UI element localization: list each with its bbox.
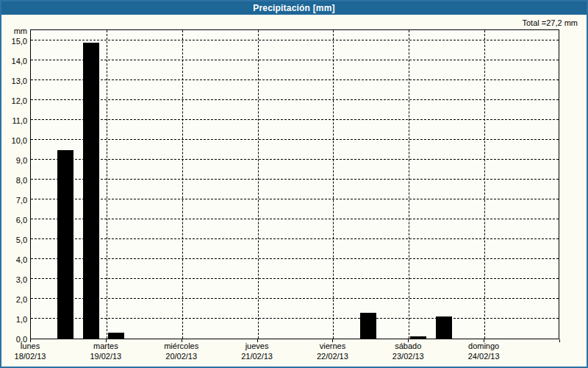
gridline-horizontal [31,79,559,80]
x-axis-date-label: 21/02/13 [220,352,294,361]
x-axis-tick [559,339,560,342]
x-axis-date-label: 24/02/13 [447,352,520,361]
app-window: Precipitación [mm] Total =27,2 mm mm 0,0… [0,0,588,368]
precipitation-bar [436,316,452,339]
x-axis-date-label: 19/02/13 [69,352,143,361]
precipitation-bar [83,43,99,339]
x-axis-date-label: 20/02/13 [145,352,218,361]
gridline-horizontal [31,139,559,140]
gridline-vertical [484,30,485,339]
precipitation-bar [108,333,124,339]
gridline-horizontal [31,159,559,160]
x-axis-tick [257,339,258,342]
y-axis-tick-label: 8,0 [1,175,27,185]
y-axis-tick-label: 9,0 [1,155,27,166]
gridline-horizontal [31,99,559,100]
gridline-horizontal [31,40,559,40]
gridline-horizontal [31,119,559,120]
x-axis-day-label: martes [69,342,143,351]
y-axis-unit-label: mm [1,26,27,36]
plot-area [30,29,559,339]
x-axis-day-label: lunes [0,342,67,351]
gridline-horizontal [31,219,559,219]
x-axis-tick [332,339,333,342]
gridline-horizontal [31,258,559,259]
y-axis-tick-label: 14,0 [1,56,27,66]
gridline-horizontal [31,179,559,180]
gridline-vertical [107,30,107,339]
x-axis-tick [484,339,484,342]
x-axis-tick [408,339,409,342]
gridline-vertical [409,30,409,339]
y-axis-tick-label: 2,0 [1,294,27,305]
title-bar: Precipitación [mm] [1,1,587,15]
gridline-horizontal [31,238,559,239]
precipitation-bar [360,313,376,339]
x-axis-day-label: jueves [220,342,294,351]
y-axis-tick-label: 15,0 [1,36,27,46]
gridline-horizontal [31,60,559,60]
x-axis-tick [182,339,182,342]
y-axis-tick-label: 3,0 [1,275,27,285]
y-axis-tick-label: 11,0 [1,116,27,126]
gridline-horizontal [31,298,559,299]
x-axis-day-label: domingo [447,342,520,351]
x-axis-day-label: viernes [295,342,369,351]
total-label: Total =27,2 mm [522,18,578,27]
y-axis-tick-label: 1,0 [1,314,27,325]
y-axis-tick-label: 13,0 [1,76,27,86]
gridline-horizontal [31,199,559,199]
gridline-horizontal [31,318,559,319]
x-axis-day-label: sábado [371,342,445,351]
y-axis-tick-label: 10,0 [1,135,27,146]
gridline-vertical [182,30,183,339]
precipitation-bar [410,336,426,339]
precipitation-bar [57,150,74,339]
x-axis-date-label: 18/02/13 [0,352,67,361]
y-axis-tick-label: 4,0 [1,255,27,265]
y-axis-tick-label: 6,0 [1,215,27,225]
chart-title: Precipitación [mm] [253,3,335,13]
x-axis-date-label: 23/02/13 [371,352,445,361]
y-axis-tick-label: 12,0 [1,96,27,106]
x-axis-day-label: miércoles [145,342,218,351]
y-axis-tick-label: 5,0 [1,235,27,245]
gridline-vertical [333,30,334,339]
x-axis-date-label: 22/02/13 [295,352,369,361]
y-axis-tick-label: 7,0 [1,195,27,205]
x-axis-tick [30,339,31,342]
x-axis-tick [106,339,107,342]
gridline-horizontal [31,278,559,279]
chart-canvas: Total =27,2 mm mm 0,01,02,03,04,05,06,07… [1,15,587,367]
gridline-vertical [258,30,259,339]
